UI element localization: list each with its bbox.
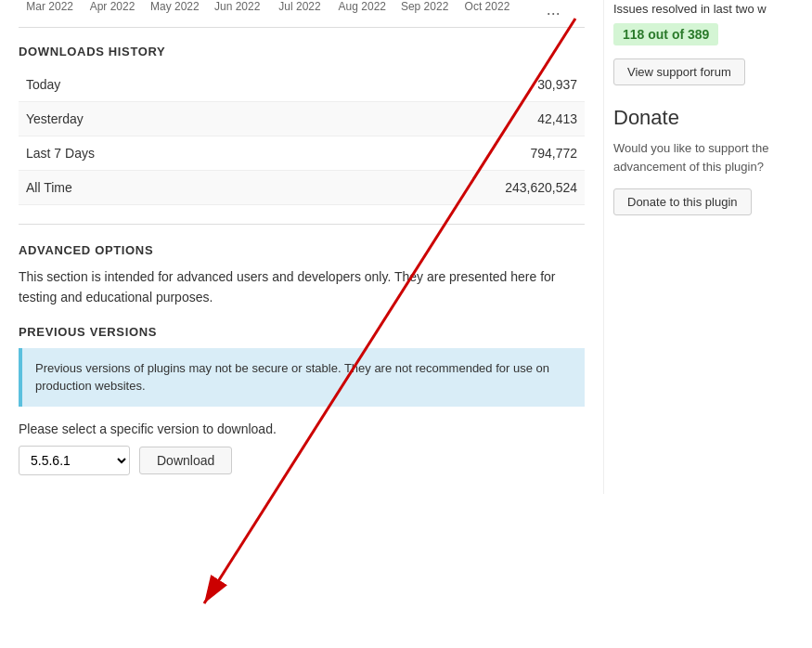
- chart-label-jun: Jun 2022: [206, 0, 268, 19]
- donate-description: Would you like to support the advancemen…: [613, 139, 798, 175]
- chart-label-oct: Oct 2022: [456, 0, 518, 19]
- downloads-table: Today 30,937 Yesterday 42,413 Last 7 Day…: [19, 68, 585, 205]
- row-value: 243,620,524: [295, 171, 585, 205]
- table-row: Last 7 Days 794,772: [19, 136, 585, 171]
- row-label: Yesterday: [19, 102, 295, 136]
- chart-label-mar: Mar 2022: [19, 0, 81, 19]
- select-version-label: Please select a specific version to down…: [19, 421, 585, 436]
- support-forum-button[interactable]: View support forum: [613, 58, 745, 85]
- advanced-options-title: ADVANCED OPTIONS: [19, 243, 585, 257]
- warning-box: Previous versions of plugins may not be …: [19, 348, 585, 407]
- table-row: Today 30,937: [19, 68, 585, 102]
- row-value: 42,413: [295, 102, 585, 136]
- row-label: Last 7 Days: [19, 136, 295, 171]
- donate-button[interactable]: Donate to this plugin: [613, 188, 752, 215]
- table-row: All Time 243,620,524: [19, 171, 585, 205]
- chart-more-icon[interactable]: ...: [522, 0, 585, 19]
- download-button[interactable]: Download: [139, 447, 232, 474]
- issues-badge: 118 out of 389: [613, 23, 718, 45]
- table-row: Yesterday 42,413: [19, 102, 585, 136]
- version-select[interactable]: 5.5.6.1 5.5.6 5.5.5 5.5.4 5.5.3 5.5.2 5.…: [19, 446, 130, 475]
- previous-versions-title: PREVIOUS VERSIONS: [19, 325, 585, 339]
- chart-label-aug: Aug 2022: [331, 0, 393, 19]
- advanced-options-description: This section is intended for advanced us…: [19, 266, 585, 308]
- chart-labels: Mar 2022 Apr 2022 May 2022 Jun 2022 Jul …: [19, 0, 585, 28]
- row-value: 794,772: [295, 136, 585, 171]
- row-label: Today: [19, 68, 295, 102]
- row-value: 30,937: [295, 68, 585, 102]
- row-label: All Time: [19, 171, 295, 205]
- donate-title: Donate: [613, 106, 798, 130]
- warning-text: Previous versions of plugins may not be …: [35, 361, 549, 394]
- issues-resolved-label: Issues resolved in last two w: [613, 2, 798, 16]
- sidebar: Issues resolved in last two w 118 out of…: [603, 0, 812, 494]
- section-divider: [19, 224, 585, 225]
- chart-label-may: May 2022: [144, 0, 206, 19]
- chart-label-jul: Jul 2022: [268, 0, 330, 19]
- chart-label-apr: Apr 2022: [81, 0, 143, 19]
- chart-label-sep: Sep 2022: [393, 0, 456, 19]
- version-selector-row: 5.5.6.1 5.5.6 5.5.5 5.5.4 5.5.3 5.5.2 5.…: [19, 446, 585, 475]
- downloads-history-title: DOWNLOADS HISTORY: [19, 45, 585, 58]
